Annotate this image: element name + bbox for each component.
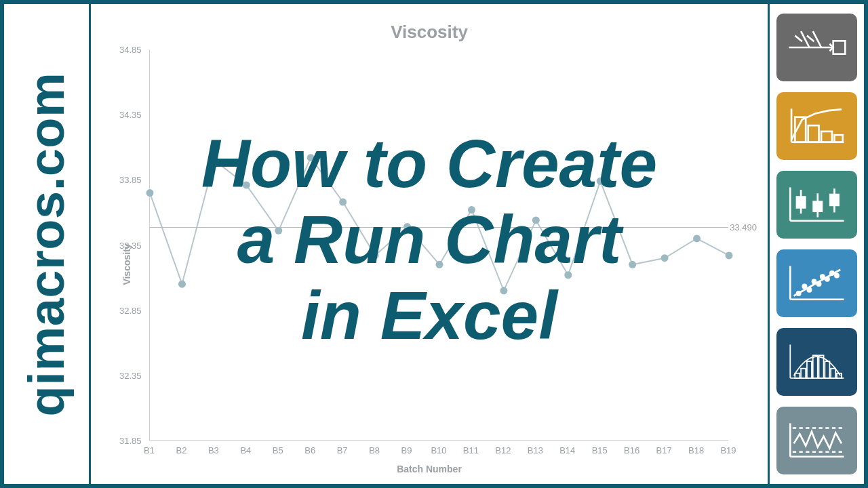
svg-point-25: [808, 288, 811, 291]
series-line: [150, 158, 729, 291]
run-chart-svg: [150, 49, 728, 440]
svg-line-4: [795, 35, 803, 41]
x-tick: B19: [720, 445, 736, 455]
svg-line-5: [807, 35, 814, 41]
svg-point-26: [812, 280, 816, 283]
brand-column: qimacros.com: [4, 4, 91, 484]
svg-rect-34: [795, 373, 800, 378]
data-point: [629, 261, 636, 268]
svg-rect-39: [825, 361, 830, 378]
svg-rect-19: [831, 195, 839, 205]
x-tick: B7: [337, 445, 348, 455]
data-point: [275, 227, 282, 235]
fishbone-icon: [776, 14, 857, 81]
y-tick: 33.35: [119, 240, 142, 250]
x-tick: B14: [559, 445, 575, 455]
x-axis-label: Batch Number: [100, 464, 758, 474]
y-tick: 32.35: [119, 370, 142, 380]
svg-rect-15: [797, 197, 805, 208]
data-point: [307, 154, 315, 161]
chart-title: Viscosity: [100, 22, 758, 43]
svg-rect-10: [822, 131, 833, 142]
x-tick: B5: [273, 445, 283, 455]
data-point: [693, 235, 701, 242]
svg-rect-40: [831, 369, 836, 378]
chart-type-tiles: [768, 4, 864, 484]
x-tick: B2: [176, 445, 186, 455]
x-tick: B3: [208, 445, 219, 455]
data-point: [372, 251, 379, 259]
x-tick: B9: [401, 445, 412, 455]
svg-rect-36: [807, 361, 812, 378]
x-tick: B8: [369, 445, 380, 455]
svg-point-27: [817, 282, 821, 285]
svg-rect-37: [813, 355, 818, 378]
x-tick: B1: [144, 445, 155, 455]
data-point: [726, 251, 733, 259]
median-line: [150, 227, 728, 228]
svg-line-2: [802, 31, 810, 47]
svg-rect-1: [833, 41, 846, 54]
svg-rect-11: [835, 135, 843, 142]
median-label: 33.490: [730, 222, 757, 232]
brand-text: qimacros.com: [18, 72, 75, 416]
histogram-icon: [776, 328, 857, 396]
x-tick: B18: [688, 445, 704, 455]
data-point: [339, 199, 347, 206]
plot-wrap: Viscosity Batch Number 33.490 31.8532.35…: [100, 49, 758, 479]
data-point: [468, 206, 475, 214]
data-point: [243, 182, 250, 189]
y-tick: 32.85: [119, 305, 142, 315]
boxplot-icon: [776, 171, 857, 239]
svg-point-28: [821, 275, 825, 279]
svg-point-23: [797, 291, 800, 295]
svg-point-24: [803, 285, 806, 288]
data-point: [597, 178, 604, 185]
x-tick: B12: [495, 445, 511, 455]
y-tick: 34.35: [119, 110, 142, 120]
data-point: [661, 254, 669, 262]
svg-point-29: [826, 277, 829, 281]
svg-point-31: [835, 274, 839, 277]
data-point: [436, 261, 443, 268]
x-tick: B16: [624, 445, 639, 455]
svg-rect-17: [814, 202, 822, 211]
data-point: [532, 216, 540, 224]
x-tick: B13: [528, 445, 543, 455]
data-point: [146, 189, 154, 197]
svg-rect-38: [819, 355, 824, 378]
x-tick: B11: [463, 445, 479, 455]
pareto-icon: [776, 92, 857, 160]
x-tick: B15: [592, 445, 608, 455]
scatter-icon: [776, 249, 857, 317]
y-tick: 31.85: [119, 436, 142, 446]
data-point: [500, 287, 507, 294]
controlchart-icon: [776, 407, 857, 474]
svg-rect-35: [802, 369, 806, 378]
x-tick: B6: [304, 445, 315, 455]
svg-point-30: [831, 271, 834, 274]
y-tick: 33.85: [119, 175, 142, 185]
x-tick: B10: [431, 445, 446, 455]
svg-line-3: [813, 31, 821, 47]
app-frame: qimacros.com Viscosity Viscosity Batch N…: [0, 0, 868, 488]
data-point: [178, 281, 186, 288]
svg-rect-9: [808, 125, 819, 142]
y-tick: 34.85: [119, 45, 142, 55]
chart-panel: Viscosity Viscosity Batch Number 33.490 …: [91, 4, 768, 484]
plot-area: 33.490: [149, 49, 728, 441]
data-point: [564, 271, 572, 279]
x-tick: B4: [240, 445, 251, 455]
x-tick: B17: [656, 445, 672, 455]
data-point: [210, 157, 218, 164]
